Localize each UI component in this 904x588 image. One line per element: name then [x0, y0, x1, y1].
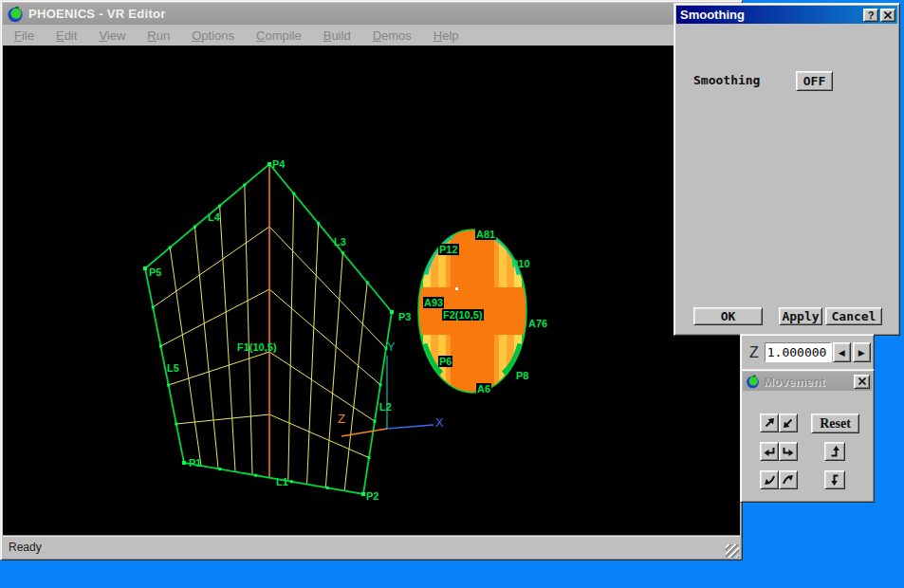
viewport-label-l3: L3 — [334, 236, 346, 248]
arrow-ne-icon — [763, 416, 776, 430]
viewport-label-p12: P12 — [438, 244, 459, 255]
question-mark-icon: ? — [868, 9, 875, 21]
main-window-titlebar[interactable]: PHOENICS - VR Editor — [3, 3, 740, 25]
menu-compile[interactable]: Compile — [256, 28, 302, 43]
movement-dialog-titlebar[interactable]: Movement — [743, 372, 872, 391]
viewport-label-y: Y — [387, 341, 396, 353]
viewport-label-a93: A93 — [423, 297, 444, 308]
viewport-label-p3: P3 — [398, 311, 411, 322]
viewport-label-p2: P2 — [366, 490, 378, 502]
window-title: PHOENICS - VR Editor — [28, 7, 166, 21]
zigzag-ne-icon — [782, 473, 795, 487]
status-text: Ready — [9, 541, 42, 554]
viewport-label-p5: P5 — [149, 266, 161, 278]
viewport-label-x: X — [435, 417, 444, 429]
left-triangle-icon: ◀ — [839, 348, 845, 358]
move-up-button[interactable] — [824, 442, 845, 461]
return-right-icon — [782, 445, 795, 458]
z-axis-label: Z — [749, 344, 759, 361]
smoothing-toggle-button[interactable]: OFF — [796, 71, 833, 91]
viewport-label-l4: L4 — [208, 211, 220, 223]
menu-options[interactable]: Options — [192, 28, 234, 43]
viewport-label-p10: P10 — [511, 258, 530, 269]
viewport[interactable]: No title has been set for this run. P4L4… — [3, 46, 740, 535]
movement-dialog: Movement Reset — [740, 369, 875, 503]
turn-left-button[interactable] — [760, 442, 779, 461]
z-value-input[interactable] — [766, 343, 832, 361]
smoothing-dialog: Smoothing ? Smoothing OFF OK Apply Cance… — [673, 3, 900, 336]
viewport-graphics — [3, 46, 740, 535]
menu-bar: FileEditViewRunOptionsCompileBuildDemosH… — [3, 25, 740, 46]
resize-grip[interactable] — [726, 544, 739, 558]
viewport-label-p6: P6 — [438, 356, 452, 367]
move-in-button[interactable] — [760, 413, 779, 432]
move-out-button[interactable] — [779, 413, 798, 432]
reset-button[interactable]: Reset — [811, 413, 859, 433]
viewport-label-a76: A76 — [528, 318, 547, 329]
close-button[interactable] — [880, 9, 895, 22]
viewport-label-a81: A81 — [475, 229, 496, 240]
dialog-title: Movement — [764, 375, 852, 389]
menu-view[interactable]: View — [99, 28, 125, 43]
menu-file[interactable]: File — [14, 28, 34, 43]
close-button[interactable] — [854, 375, 870, 389]
phoenics-logo-icon — [746, 375, 760, 389]
menu-build[interactable]: Build — [323, 28, 351, 43]
hook-down-icon — [828, 473, 841, 487]
ok-button[interactable]: OK — [693, 307, 763, 325]
viewport-label-f2105: F2(10,5) — [442, 309, 484, 321]
menu-run[interactable]: Run — [147, 28, 170, 43]
viewport-label-l2: L2 — [379, 401, 392, 413]
close-icon — [858, 377, 866, 385]
mesh-object-f1 — [143, 162, 394, 496]
main-window: PHOENICS - VR Editor FileEditViewRunOpti… — [0, 0, 743, 560]
viewport-label-z: Z — [338, 413, 345, 425]
desktop: PHOENICS - VR Editor FileEditViewRunOpti… — [0, 0, 904, 588]
spin-left-button[interactable]: ◀ — [833, 342, 851, 362]
phoenics-logo-icon — [7, 6, 24, 23]
viewport-label-a6: A6 — [476, 383, 491, 395]
spin-right-button[interactable]: ▶ — [853, 342, 871, 362]
hook-up-icon — [828, 445, 841, 458]
close-icon — [884, 11, 892, 19]
smoothing-field-label: Smoothing — [693, 73, 760, 87]
viewport-label-l1: L1 — [276, 476, 288, 487]
right-triangle-icon: ▶ — [858, 348, 865, 358]
smoothing-dialog-titlebar[interactable]: Smoothing ? — [676, 6, 897, 24]
status-bar: Ready — [3, 535, 740, 559]
viewport-label-p8: P8 — [516, 370, 528, 381]
menu-edit[interactable]: Edit — [56, 28, 77, 43]
z-spinner-panel: Z ◀ ▶ — [740, 334, 875, 371]
dialog-title: Smoothing — [680, 8, 861, 22]
tilt-up-button[interactable] — [779, 470, 798, 489]
menu-help[interactable]: Help — [434, 28, 459, 43]
viewport-label-p4: P4 — [272, 158, 285, 170]
cancel-button[interactable]: Cancel — [825, 307, 882, 325]
turn-right-button[interactable] — [779, 442, 798, 461]
zigzag-sw-icon — [763, 473, 776, 487]
viewport-label-f1105: F1(10,5) — [237, 341, 277, 353]
return-left-icon — [763, 445, 776, 458]
arrow-sw-icon — [782, 416, 795, 430]
help-button[interactable]: ? — [863, 9, 878, 22]
probe-marker — [455, 287, 458, 290]
viewport-label-l5: L5 — [167, 362, 179, 374]
menu-demos[interactable]: Demos — [373, 28, 412, 43]
apply-button[interactable]: Apply — [779, 307, 822, 325]
tilt-down-button[interactable] — [760, 470, 779, 489]
viewport-label-p1: P1 — [189, 457, 201, 469]
move-down-button[interactable] — [824, 470, 845, 489]
